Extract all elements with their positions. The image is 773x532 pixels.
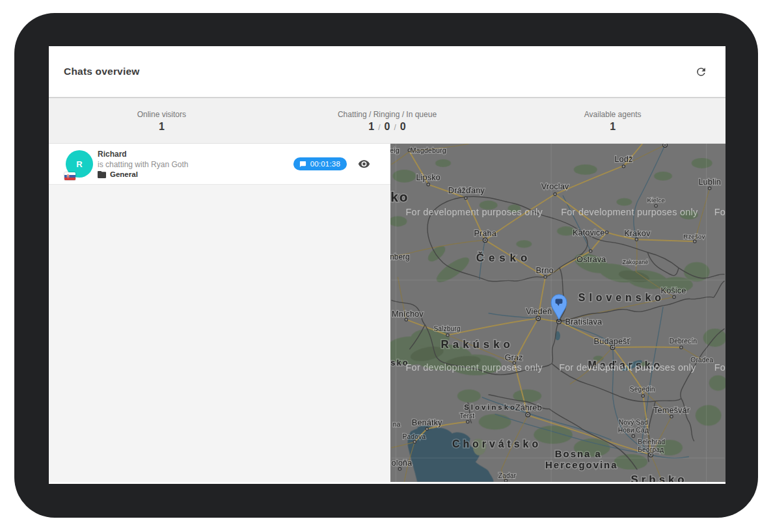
stat-chatting-ringing-queue: Chatting / Ringing / In queue 1/0/0 [275,98,500,143]
map-city-label: Ostrava [576,254,606,264]
stat-value: 1 [610,121,616,133]
map-country-label: Slovensko [578,292,665,303]
map-watermark: For development purposes only [714,362,726,373]
map-city-label: Zadar [498,472,517,479]
city-dot [694,240,696,243]
map-city-label: Terst [460,412,475,419]
capital-dot-core [484,239,485,241]
department-row: General [98,170,188,178]
stat-value: 1/0/0 [368,121,405,133]
map-city-label: Lipsko [416,172,440,182]
map-country-label: Chorvátsko [452,438,541,449]
map-city-label: Brno [536,265,553,275]
map-city-label: Belehrad [638,438,665,446]
stat-label: Chatting / Ringing / In queue [338,110,437,119]
avatar-letter: R [76,159,82,169]
pin-marker [551,295,567,320]
chat-duration-badge: 00:01:38 [293,157,347,170]
map-city-label: na [393,421,401,428]
city-dot [673,295,675,298]
department-label: General [110,170,138,178]
map-country-label: Srbsko [631,473,688,482]
stat-label: Available agents [584,110,642,119]
city-dot [605,231,608,233]
refresh-button[interactable] [693,64,709,79]
city-dot [426,427,428,430]
city-dot [413,440,416,443]
map-city-label: Београд [638,446,664,453]
chat-info: Richard is chatting with Ryan Goth Gener… [98,150,188,178]
map-city-label: Mníchov [392,309,424,319]
app-header: Chats overview [49,46,726,98]
folder-icon [98,171,106,178]
capital-dot-core [612,347,613,348]
map-city-label: Rzešov [683,233,705,240]
map-city-label: Magdeburg [411,146,446,154]
city-dot [465,196,467,199]
capital-dot-core [537,317,539,319]
city-dot [467,420,469,423]
map-city-label: Lodž [614,154,632,164]
map-city-label: nberg [390,252,410,261]
map-city-label: Temešvár [653,405,690,415]
map-country-label: Česko [476,252,532,264]
map-city-label: Lublin [698,177,720,187]
city-dot [446,334,449,336]
chat-duration: 00:01:38 [310,160,340,168]
map-panel[interactable]: eigMagdeburgLodžLipskoLublinVroclavDrážď… [390,144,726,482]
avatar: R [66,150,93,178]
map-city-label: Katovice [573,228,605,237]
city-dot [554,193,556,195]
eye-icon [358,160,370,168]
map-city-label: Padova [403,433,426,440]
chat-bubble-icon [299,161,306,168]
map-watermark: For development purposes only [406,207,543,217]
chat-status-text: is chatting with Ryan Goth [98,160,188,169]
city-dot [590,250,592,252]
city-dot [642,395,644,397]
stat-online-visitors: Online visitors 1 [49,98,275,143]
content: R Richard is chatting with Ryan Goth [49,144,726,482]
map-city-label: Krakov [624,228,651,238]
city-dot [622,165,625,168]
map-watermark: For development purposes only [714,207,726,217]
chat-list: R Richard is chatting with Ryan Goth [49,144,390,482]
map-watermark: For development purposes only [559,362,696,373]
city-dot [544,276,547,278]
chat-row[interactable]: R Richard is chatting with Ryan Goth [49,144,390,185]
stats-bar: Online visitors 1 Chatting / Ringing / I… [49,98,726,144]
map-city-label: Drážďany [448,185,485,195]
device-frame: Chats overview Online visitors 1 Chattin… [14,13,758,518]
map-country-label: ko [390,189,409,204]
map-city-label: Viedeň [526,306,552,316]
map-city-label: Graz [504,352,522,362]
map-city-label: Zakopané [622,259,648,265]
city-dot [427,183,429,185]
google-map: eigMagdeburgLodžLipskoLublinVroclavDrážď… [390,144,726,482]
visitor-name: Richard [98,150,188,159]
map-city-label: Praha [474,228,496,238]
map-watermark: For development purposes only [561,207,698,217]
stat-available-agents: Available agents 1 [500,98,726,143]
map-watermark: For development purposes only [406,362,543,373]
map-city-label: Kielce [647,196,666,204]
map-country-label: Slovinsko [464,403,517,411]
capital-dot-core [664,144,666,146]
city-dot [708,187,711,189]
slovakia-flag-icon [64,172,75,180]
watch-chat-button[interactable] [358,160,370,168]
map-city-label: Budapešť [594,336,631,346]
city-dot [504,479,507,482]
page-title: Chats overview [64,66,140,77]
chat-actions: 00:01:38 [293,157,370,170]
pin-chat-glyph [556,299,563,304]
chatting-count: 1 [368,121,374,132]
city-dot [635,238,638,241]
city-dot [398,468,401,470]
map-city-label: eig [390,146,400,154]
map-city-label: Vroclav [541,181,569,191]
capital-dot-core [527,414,528,415]
separator: / [390,123,400,132]
map-city-label: Bratislava [565,317,602,326]
map-city-label: Salzburg [433,325,460,332]
